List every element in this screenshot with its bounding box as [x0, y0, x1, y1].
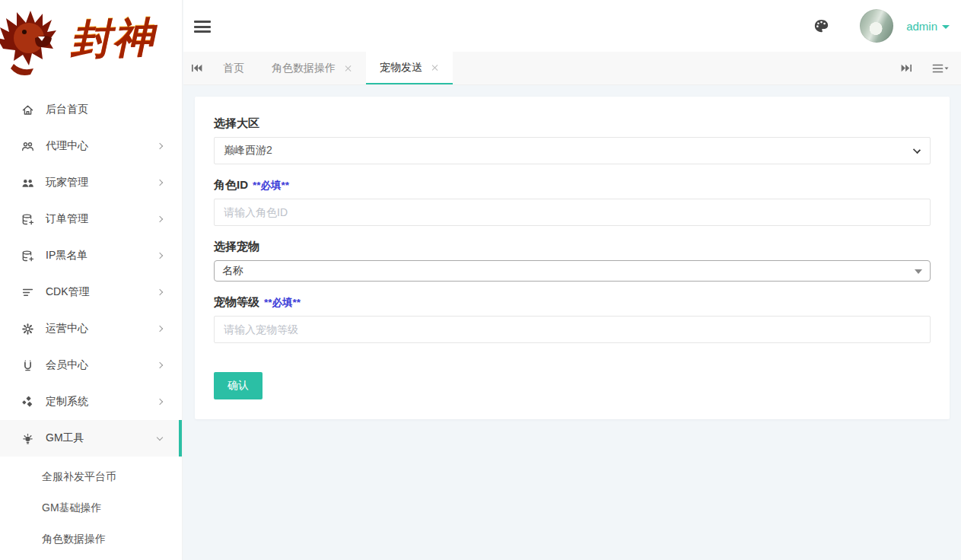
sidebar-item-label: 订单管理: [46, 212, 88, 226]
tab-options-button[interactable]: [932, 63, 949, 74]
pet-select-value: 名称: [222, 264, 243, 278]
sidebar-item-label: GM工具: [46, 431, 84, 445]
app-root: 封神 后台首页 代理中心 玩家管理: [0, 0, 961, 560]
sidebar-item-ip-blacklist[interactable]: IP黑名单: [0, 237, 182, 274]
sidebar-item-custom-system[interactable]: 定制系统: [0, 383, 182, 420]
username: admin: [906, 20, 937, 33]
sidebar-item-label: 后台首页: [46, 103, 88, 116]
character-id-input[interactable]: [214, 199, 931, 226]
sidebar-item-label: 玩家管理: [46, 176, 88, 189]
sidebar-menu: 后台首页 代理中心 玩家管理 订单管理: [0, 90, 182, 555]
collapse-sidebar-button[interactable]: [194, 19, 212, 33]
sidebar-item-label: IP黑名单: [46, 249, 88, 262]
palette-icon: [813, 18, 829, 34]
chevron-right-icon: [157, 216, 163, 222]
pet-send-form-card: 选择大区 巅峰西游2 角色ID**必填** 选择宠物 名称: [195, 97, 950, 419]
tab-label: 角色数据操作: [272, 62, 336, 75]
top-header: admin: [183, 0, 961, 52]
scroll-tabs-right-button[interactable]: [901, 63, 912, 73]
tab-home[interactable]: 首页: [209, 52, 258, 84]
confirm-button[interactable]: 确认: [214, 372, 263, 399]
brand-logo: 封神: [0, 0, 182, 90]
dropdown-arrow-icon: [915, 269, 922, 274]
sidebar-item-label: 运营中心: [46, 322, 88, 336]
theme-palette-button[interactable]: [813, 18, 829, 34]
chevron-right-icon: [157, 362, 163, 368]
user-avatar[interactable]: [860, 9, 893, 43]
required-note: **必填**: [264, 297, 301, 308]
user-menu[interactable]: admin: [906, 20, 950, 33]
chevron-down-icon: [157, 434, 163, 440]
form-row-server: 选择大区 巅峰西游2: [214, 116, 931, 164]
pet-level-input[interactable]: [214, 316, 931, 343]
required-note: **必填**: [253, 180, 289, 191]
form-row-pet-level: 宠物等级**必填**: [214, 295, 931, 343]
members-icon: [21, 359, 34, 372]
content-area: 选择大区 巅峰西游2 角色ID**必填** 选择宠物 名称: [183, 86, 961, 560]
ip-blacklist-icon: [21, 250, 34, 262]
sidebar-item-order-management[interactable]: 订单管理: [0, 201, 182, 237]
close-tab-icon[interactable]: [431, 64, 439, 72]
tab-character-data-operations[interactable]: 角色数据操作: [258, 52, 366, 84]
scroll-tabs-left-button[interactable]: [183, 52, 209, 84]
pet-level-label-text: 宠物等级: [214, 295, 259, 308]
submenu-item-full-server-platform-coin[interactable]: 全服补发平台币: [0, 461, 182, 492]
cdk-icon: [21, 286, 34, 299]
form-row-pet: 选择宠物 名称: [214, 240, 931, 282]
sidebar-item-label: 定制系统: [46, 395, 88, 409]
sidebar-item-member-center[interactable]: 会员中心: [0, 347, 182, 383]
sidebar: 封神 后台首页 代理中心 玩家管理: [0, 0, 183, 560]
gm-tools-icon: [21, 432, 34, 445]
main-area: admin 首页 角色数据操作 宠物发送: [183, 0, 961, 560]
sidebar-item-agency-center[interactable]: 代理中心: [0, 128, 182, 164]
custom-system-icon: [21, 396, 34, 409]
sidebar-item-label: 会员中心: [46, 358, 88, 372]
chevron-down-icon: [913, 146, 921, 154]
chevron-right-icon: [157, 143, 163, 149]
pet-select[interactable]: 名称: [214, 260, 931, 282]
character-id-label: 角色ID**必填**: [214, 178, 931, 192]
tab-label: 首页: [223, 62, 244, 75]
tab-bar: 首页 角色数据操作 宠物发送: [183, 52, 961, 85]
server-select[interactable]: 巅峰西游2: [214, 137, 931, 164]
brand-title: 封神: [69, 9, 156, 68]
caret-down-icon: [942, 25, 950, 29]
chevron-right-icon: [157, 289, 163, 295]
sidebar-item-label: CDK管理: [46, 285, 90, 299]
pet-level-label: 宠物等级**必填**: [214, 295, 931, 310]
operations-icon: [21, 323, 34, 336]
character-id-label-text: 角色ID: [214, 178, 248, 191]
tab-pet-send[interactable]: 宠物发送: [366, 52, 453, 84]
sidebar-item-label: 代理中心: [46, 139, 88, 153]
lion-logo-icon: [0, 5, 75, 81]
players-icon: [21, 177, 34, 189]
sidebar-item-operations-center[interactable]: 运营中心: [0, 310, 182, 347]
submenu-item-gm-basic-operations[interactable]: GM基础操作: [0, 492, 182, 523]
server-select-value: 巅峰西游2: [224, 144, 272, 158]
server-select-label: 选择大区: [214, 116, 931, 131]
orders-icon: [21, 213, 34, 226]
agency-icon: [21, 140, 34, 153]
gm-tools-submenu: 全服补发平台币 GM基础操作 角色数据操作: [0, 457, 182, 555]
chevron-right-icon: [157, 180, 163, 186]
tabbar-right-controls: [881, 52, 961, 84]
sidebar-item-cdk-management[interactable]: CDK管理: [0, 274, 182, 310]
sidebar-item-gm-tools[interactable]: GM工具: [0, 420, 182, 457]
fast-forward-icon: [901, 63, 912, 73]
rewind-icon: [191, 63, 202, 73]
sidebar-item-dashboard[interactable]: 后台首页: [0, 91, 182, 128]
close-tab-icon[interactable]: [345, 65, 352, 72]
tab-menu-icon: [932, 63, 949, 74]
tab-label: 宠物发送: [380, 61, 422, 75]
topbar-right: admin: [813, 9, 950, 43]
sidebar-item-player-management[interactable]: 玩家管理: [0, 164, 182, 201]
submenu-item-character-data-operations[interactable]: 角色数据操作: [0, 523, 182, 555]
chevron-right-icon: [157, 326, 163, 332]
chevron-right-icon: [157, 253, 163, 259]
pet-select-label: 选择宠物: [214, 240, 931, 254]
home-icon: [21, 103, 34, 116]
chevron-right-icon: [157, 399, 163, 405]
form-row-character-id: 角色ID**必填**: [214, 178, 931, 226]
